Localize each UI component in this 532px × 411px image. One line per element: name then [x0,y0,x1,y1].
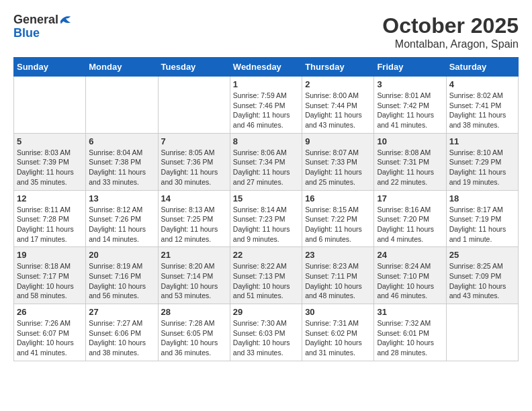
day-info: Sunrise: 8:24 AM Sunset: 7:10 PM Dayligh… [377,261,443,301]
logo-text: General Blue [13,13,72,40]
title-section: October 2025 Montalban, Aragon, Spain [382,13,519,50]
day-info: Sunrise: 8:05 AM Sunset: 7:36 PM Dayligh… [161,148,227,187]
calendar-cell: 16Sunrise: 8:15 AM Sunset: 7:22 PM Dayli… [302,190,374,247]
calendar-cell: 25Sunrise: 8:25 AM Sunset: 7:09 PM Dayli… [446,247,518,304]
calendar-cell [86,77,158,134]
day-number: 23 [305,250,371,260]
calendar-cell: 14Sunrise: 8:13 AM Sunset: 7:25 PM Dayli… [158,190,230,247]
day-number: 20 [89,250,154,260]
day-info: Sunrise: 7:59 AM Sunset: 7:46 PM Dayligh… [233,91,299,130]
day-info: Sunrise: 8:04 AM Sunset: 7:38 PM Dayligh… [89,148,154,187]
day-info: Sunrise: 8:03 AM Sunset: 7:39 PM Dayligh… [17,148,83,187]
calendar-week-row: 5Sunrise: 8:03 AM Sunset: 7:39 PM Daylig… [14,133,519,190]
day-info: Sunrise: 8:00 AM Sunset: 7:44 PM Dayligh… [305,91,371,130]
weekday-header-row: SundayMondayTuesdayWednesdayThursdayFrid… [14,58,519,77]
day-number: 7 [161,136,227,146]
day-number: 10 [377,136,443,146]
calendar-cell: 20Sunrise: 8:19 AM Sunset: 7:16 PM Dayli… [86,247,158,304]
calendar-cell: 15Sunrise: 8:14 AM Sunset: 7:23 PM Dayli… [230,190,302,247]
calendar-cell: 5Sunrise: 8:03 AM Sunset: 7:39 PM Daylig… [14,133,86,190]
day-number: 18 [449,193,515,203]
day-number: 12 [17,193,83,203]
day-number: 1 [233,79,299,89]
day-info: Sunrise: 8:19 AM Sunset: 7:16 PM Dayligh… [89,261,154,301]
day-info: Sunrise: 8:17 AM Sunset: 7:19 PM Dayligh… [449,205,515,244]
day-number: 6 [89,136,154,146]
day-number: 29 [233,307,299,317]
calendar-cell [158,77,230,134]
day-info: Sunrise: 8:12 AM Sunset: 7:26 PM Dayligh… [89,205,154,244]
weekday-header-sunday: Sunday [14,58,86,77]
day-info: Sunrise: 7:27 AM Sunset: 6:06 PM Dayligh… [89,318,154,358]
calendar-cell: 9Sunrise: 8:07 AM Sunset: 7:33 PM Daylig… [302,133,374,190]
day-number: 24 [377,250,443,260]
weekday-header-friday: Friday [374,58,446,77]
calendar-cell [446,304,518,361]
calendar-cell: 18Sunrise: 8:17 AM Sunset: 7:19 PM Dayli… [446,190,518,247]
day-number: 2 [305,79,371,89]
day-number: 31 [377,307,443,317]
calendar-cell: 28Sunrise: 7:28 AM Sunset: 6:05 PM Dayli… [158,304,230,361]
day-number: 28 [161,307,227,317]
day-number: 9 [305,136,371,146]
day-number: 13 [89,193,154,203]
day-info: Sunrise: 8:07 AM Sunset: 7:33 PM Dayligh… [305,148,371,187]
logo-bird-icon [60,14,72,26]
day-number: 19 [17,250,83,260]
day-info: Sunrise: 8:10 AM Sunset: 7:29 PM Dayligh… [449,148,515,187]
calendar-cell: 21Sunrise: 8:20 AM Sunset: 7:14 PM Dayli… [158,247,230,304]
day-info: Sunrise: 8:20 AM Sunset: 7:14 PM Dayligh… [161,261,227,301]
day-info: Sunrise: 8:16 AM Sunset: 7:20 PM Dayligh… [377,205,443,244]
day-number: 11 [449,136,515,146]
day-number: 8 [233,136,299,146]
calendar-cell: 1Sunrise: 7:59 AM Sunset: 7:46 PM Daylig… [230,77,302,134]
day-info: Sunrise: 7:31 AM Sunset: 6:02 PM Dayligh… [305,318,371,358]
calendar-week-row: 19Sunrise: 8:18 AM Sunset: 7:17 PM Dayli… [14,247,519,304]
calendar-cell: 13Sunrise: 8:12 AM Sunset: 7:26 PM Dayli… [86,190,158,247]
day-info: Sunrise: 8:23 AM Sunset: 7:11 PM Dayligh… [305,261,371,301]
day-info: Sunrise: 8:13 AM Sunset: 7:25 PM Dayligh… [161,205,227,244]
weekday-header-wednesday: Wednesday [230,58,302,77]
day-info: Sunrise: 8:25 AM Sunset: 7:09 PM Dayligh… [449,261,515,301]
calendar-cell [14,77,86,134]
day-info: Sunrise: 8:02 AM Sunset: 7:41 PM Dayligh… [449,91,515,130]
day-number: 26 [17,307,83,317]
day-number: 14 [161,193,227,203]
day-info: Sunrise: 8:11 AM Sunset: 7:28 PM Dayligh… [17,205,83,244]
day-number: 4 [449,79,515,89]
calendar-cell: 8Sunrise: 8:06 AM Sunset: 7:34 PM Daylig… [230,133,302,190]
calendar-cell: 11Sunrise: 8:10 AM Sunset: 7:29 PM Dayli… [446,133,518,190]
calendar-cell: 2Sunrise: 8:00 AM Sunset: 7:44 PM Daylig… [302,77,374,134]
page-header: General Blue October 2025 Montalban, Ara… [13,13,519,50]
calendar-cell: 26Sunrise: 7:26 AM Sunset: 6:07 PM Dayli… [14,304,86,361]
day-number: 17 [377,193,443,203]
weekday-header-monday: Monday [86,58,158,77]
day-info: Sunrise: 8:22 AM Sunset: 7:13 PM Dayligh… [233,261,299,301]
calendar-week-row: 26Sunrise: 7:26 AM Sunset: 6:07 PM Dayli… [14,304,519,361]
logo-general: General [13,13,58,27]
day-info: Sunrise: 8:15 AM Sunset: 7:22 PM Dayligh… [305,205,371,244]
calendar-cell: 10Sunrise: 8:08 AM Sunset: 7:31 PM Dayli… [374,133,446,190]
calendar-cell: 17Sunrise: 8:16 AM Sunset: 7:20 PM Dayli… [374,190,446,247]
day-info: Sunrise: 8:08 AM Sunset: 7:31 PM Dayligh… [377,148,443,187]
calendar-cell: 24Sunrise: 8:24 AM Sunset: 7:10 PM Dayli… [374,247,446,304]
logo-blue: Blue [13,26,40,40]
calendar-cell: 4Sunrise: 8:02 AM Sunset: 7:41 PM Daylig… [446,77,518,134]
calendar-table: SundayMondayTuesdayWednesdayThursdayFrid… [13,57,519,361]
calendar-cell: 31Sunrise: 7:32 AM Sunset: 6:01 PM Dayli… [374,304,446,361]
logo: General Blue [13,13,72,40]
day-number: 21 [161,250,227,260]
day-number: 27 [89,307,154,317]
day-info: Sunrise: 7:26 AM Sunset: 6:07 PM Dayligh… [17,318,83,358]
day-number: 15 [233,193,299,203]
day-number: 30 [305,307,371,317]
day-number: 16 [305,193,371,203]
calendar-week-row: 12Sunrise: 8:11 AM Sunset: 7:28 PM Dayli… [14,190,519,247]
calendar-cell: 7Sunrise: 8:05 AM Sunset: 7:36 PM Daylig… [158,133,230,190]
calendar-cell: 3Sunrise: 8:01 AM Sunset: 7:42 PM Daylig… [374,77,446,134]
month-title: October 2025 [382,13,519,38]
weekday-header-thursday: Thursday [302,58,374,77]
day-info: Sunrise: 8:06 AM Sunset: 7:34 PM Dayligh… [233,148,299,187]
calendar-cell: 6Sunrise: 8:04 AM Sunset: 7:38 PM Daylig… [86,133,158,190]
calendar-cell: 19Sunrise: 8:18 AM Sunset: 7:17 PM Dayli… [14,247,86,304]
